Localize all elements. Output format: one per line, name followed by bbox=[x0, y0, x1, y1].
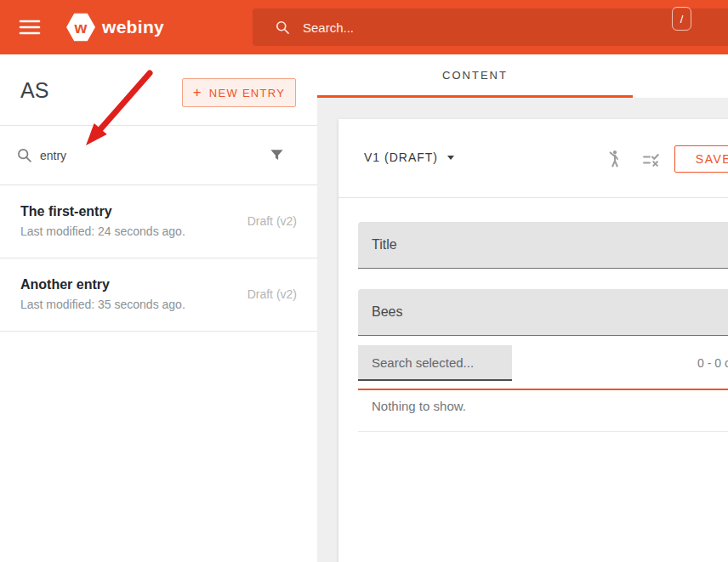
menu-icon[interactable] bbox=[19, 17, 41, 37]
entry-last-modified: Last modified: 24 seconds ago. bbox=[20, 224, 185, 238]
webiny-logo[interactable]: w webiny bbox=[66, 12, 164, 43]
global-search-placeholder: Search... bbox=[303, 20, 354, 35]
entry-title: Another entry bbox=[20, 277, 110, 292]
entry-form-card: V1 (DRAFT) bbox=[338, 119, 728, 562]
filter-icon[interactable] bbox=[269, 147, 285, 163]
keyboard-shortcut-badge: / bbox=[672, 7, 691, 31]
search-icon bbox=[274, 19, 291, 36]
webiny-logo-mark: w bbox=[66, 13, 95, 42]
requested-changes-icon[interactable] bbox=[641, 150, 662, 171]
search-icon bbox=[15, 146, 33, 164]
content-panel: CONTENT V1 (DRAFT) bbox=[317, 54, 728, 562]
entries-search-row: entry bbox=[0, 126, 317, 185]
revision-selector[interactable]: V1 (DRAFT) bbox=[364, 150, 454, 164]
topbar: w webiny Search... / bbox=[0, 0, 728, 54]
entries-sidebar: AS + NEW ENTRY entry The first-entry Las… bbox=[0, 54, 317, 562]
empty-list-message: Nothing to show. bbox=[372, 399, 466, 413]
chevron-down-icon bbox=[447, 156, 454, 160]
new-entry-label: NEW ENTRY bbox=[209, 87, 285, 99]
save-button[interactable]: SAVE bbox=[674, 145, 728, 173]
entry-status-badge: Draft (v2) bbox=[247, 214, 297, 228]
tab-content[interactable]: CONTENT bbox=[317, 54, 633, 98]
search-selected-input[interactable]: Search selected... bbox=[358, 345, 512, 381]
revision-label: V1 (DRAFT) bbox=[364, 150, 438, 164]
global-search-input[interactable]: Search... bbox=[253, 9, 728, 46]
entry-last-modified: Last modified: 35 seconds ago. bbox=[20, 298, 185, 311]
title-field[interactable]: Title bbox=[358, 222, 728, 269]
app-window: w webiny Search... / AS + NEW ENTRY bbox=[0, 0, 728, 562]
revision-toolbar: V1 (DRAFT) bbox=[338, 119, 728, 198]
request-review-icon[interactable] bbox=[603, 149, 623, 169]
tab-bar: CONTENT bbox=[317, 54, 728, 98]
accent-divider bbox=[358, 389, 728, 390]
logo-text: webiny bbox=[102, 17, 164, 37]
search-selected-placeholder: Search selected... bbox=[372, 355, 474, 370]
plus-icon: + bbox=[193, 84, 202, 101]
entry-list-item[interactable]: The first-entry Last modified: 24 second… bbox=[0, 185, 317, 258]
entries-search-input[interactable]: entry bbox=[40, 149, 66, 162]
entry-status-badge: Draft (v2) bbox=[247, 287, 297, 301]
pagination-label: 0 - 0 of 0 bbox=[697, 345, 728, 381]
list-divider bbox=[358, 431, 728, 432]
bees-field-label: Bees bbox=[372, 304, 402, 320]
logo-letter: w bbox=[75, 20, 88, 36]
model-title: AS bbox=[20, 78, 48, 103]
title-field-label: Title bbox=[372, 237, 397, 253]
bees-field[interactable]: Bees bbox=[358, 289, 728, 336]
entry-title: The first-entry bbox=[20, 204, 112, 219]
sidebar-header: AS + NEW ENTRY bbox=[0, 54, 317, 126]
new-entry-button[interactable]: + NEW ENTRY bbox=[182, 78, 296, 107]
entry-list-item[interactable]: Another entry Last modified: 35 seconds … bbox=[0, 258, 317, 332]
